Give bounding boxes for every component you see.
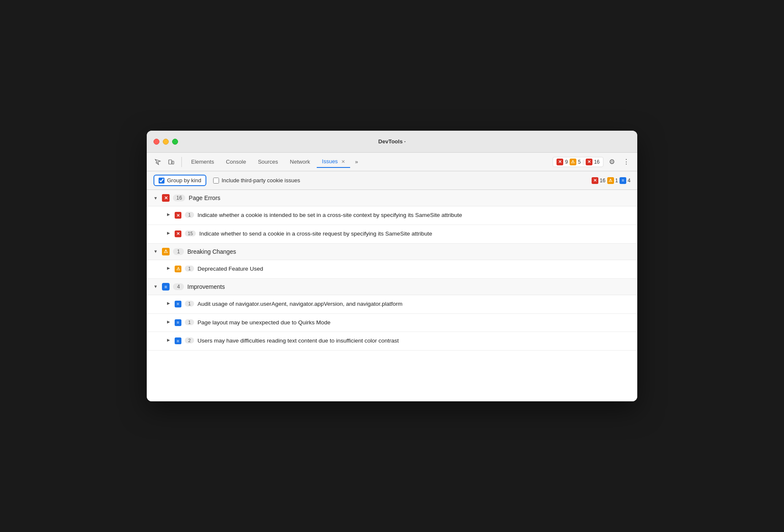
issue-info-icon: ≡ [175,319,181,326]
third-party-label: Include third-party cookie issues [222,177,300,184]
third-party-toggle[interactable]: Include third-party cookie issues [213,177,300,184]
tab-issues[interactable]: Issues ✕ [317,156,350,168]
issues-content: ▼ ✕ 16 Page Errors ▶ ✕ 1 Indicate whethe… [147,190,637,401]
issue-count: 1 [185,319,194,325]
chevron-down-icon: ▼ [154,284,159,289]
group-by-kind-checkbox[interactable] [159,178,164,184]
breaking-changes-count: 1 [173,248,184,255]
category-page-errors[interactable]: ▼ ✕ 16 Page Errors [147,190,637,206]
third-party-checkbox[interactable] [213,178,219,184]
error-icon: ✕ [556,159,563,165]
error2-icon: ✕ [586,159,592,165]
chevron-right-icon: ▶ [167,319,171,324]
maximize-button[interactable] [172,139,178,145]
chevron-down-icon: ▼ [154,196,159,200]
tab-close-icon[interactable]: ✕ [341,159,345,164]
issues-badges: ✕ 16 ⚠ 1 ≡ 4 [592,177,630,184]
more-tabs-button[interactable]: » [352,156,362,167]
inspect-icon[interactable] [152,156,164,168]
tab-elements[interactable]: Elements [186,156,219,167]
issue-error-icon: ✕ [175,230,181,237]
breaking-changes-title: Breaking Changes [187,248,236,255]
settings-button[interactable]: ⚙ [606,156,618,168]
traffic-lights [154,139,178,145]
issue-count: 2 [185,337,194,343]
improvements-icon: ≡ [162,283,170,291]
issues-error-icon: ✕ [592,177,598,184]
page-errors-title: Page Errors [189,195,220,201]
page-errors-count: 16 [173,195,185,201]
category-improvements[interactable]: ▼ ≡ 4 Improvements [147,279,637,295]
issues-warning-badge: ⚠ 1 [607,177,618,184]
window-title: DevTools · [378,138,406,145]
issue-text: Page layout may be unexpected due to Qui… [197,319,630,327]
chevron-right-icon: ▶ [167,230,171,235]
issue-text: Deprecated Feature Used [197,265,630,273]
issue-text: Audit usage of navigator.userAgent, navi… [197,300,630,308]
chevron-right-icon: ▶ [167,265,171,270]
toolbar-divider-1 [181,157,182,167]
issues-error-count: 16 [600,178,605,184]
issue-item[interactable]: ▶ ✕ 15 Indicate whether to send a cookie… [147,225,637,244]
issue-item[interactable]: ▶ ≡ 1 Audit usage of navigator.userAgent… [147,295,637,314]
issue-warning-icon: ⚠ [175,266,181,272]
page-errors-icon: ✕ [162,194,170,202]
issue-item[interactable]: ▶ ⚠ 1 Deprecated Feature Used [147,260,637,279]
chevron-down-icon: ▼ [154,249,159,254]
error-warning-badge: ✕ 9 ⚠ 5 | ✕ 16 [553,157,603,167]
toolbar-right: ✕ 9 ⚠ 5 | ✕ 16 ⚙ ⋮ [553,156,632,168]
issue-item[interactable]: ▶ ✕ 1 Indicate whether a cookie is inten… [147,206,637,225]
device-icon[interactable] [165,156,177,168]
issue-count: 1 [185,266,194,271]
title-bar: DevTools · [147,131,637,153]
svg-rect-1 [172,161,174,164]
issues-info-count: 4 [628,178,630,184]
issue-error-icon: ✕ [175,212,181,219]
issue-text: Indicate whether a cookie is intended to… [197,211,630,219]
improvements-title: Improvements [187,283,225,290]
issue-count: 15 [185,230,196,236]
devtools-window: DevTools · Elements Console Sources Netw… [147,131,637,401]
issues-warning-icon: ⚠ [607,177,614,184]
issues-info-badge: ≡ 4 [620,177,630,184]
breaking-changes-icon: ⚠ [162,248,170,255]
issue-count: 1 [185,212,194,218]
issues-error-badge: ✕ 16 [592,177,605,184]
tab-sources[interactable]: Sources [253,156,283,167]
issue-item[interactable]: ▶ ≡ 1 Page layout may be unexpected due … [147,314,637,332]
group-by-kind-toggle[interactable]: Group by kind [154,175,206,186]
issues-info-icon: ≡ [620,177,626,184]
error-count: 9 [565,159,568,165]
error2-count: 16 [594,159,600,165]
category-breaking-changes[interactable]: ▼ ⚠ 1 Breaking Changes [147,244,637,260]
chevron-right-icon: ▶ [167,211,171,217]
issue-item[interactable]: ▶ ≡ 2 Users may have difficulties readin… [147,332,637,351]
chevron-right-icon: ▶ [167,300,171,305]
minimize-button[interactable] [163,139,169,145]
issue-info-icon: ≡ [175,301,181,307]
issue-info-icon: ≡ [175,337,181,344]
tab-console[interactable]: Console [221,156,251,167]
issue-text: Indicate whether to send a cookie in a c… [199,230,630,238]
issues-warning-count: 1 [615,178,618,184]
tab-network[interactable]: Network [285,156,315,167]
more-options-button[interactable]: ⋮ [620,156,632,168]
warning-count: 5 [578,159,581,165]
chevron-right-icon: ▶ [167,337,171,342]
warning-icon: ⚠ [570,159,576,165]
main-toolbar: Elements Console Sources Network Issues … [147,153,637,171]
group-by-kind-label: Group by kind [167,177,201,184]
improvements-count: 4 [173,283,184,290]
issues-toolbar: Group by kind Include third-party cookie… [147,171,637,190]
close-button[interactable] [154,139,159,145]
svg-rect-0 [169,160,172,164]
issue-text: Users may have difficulties reading text… [197,337,630,345]
issue-count: 1 [185,301,194,307]
